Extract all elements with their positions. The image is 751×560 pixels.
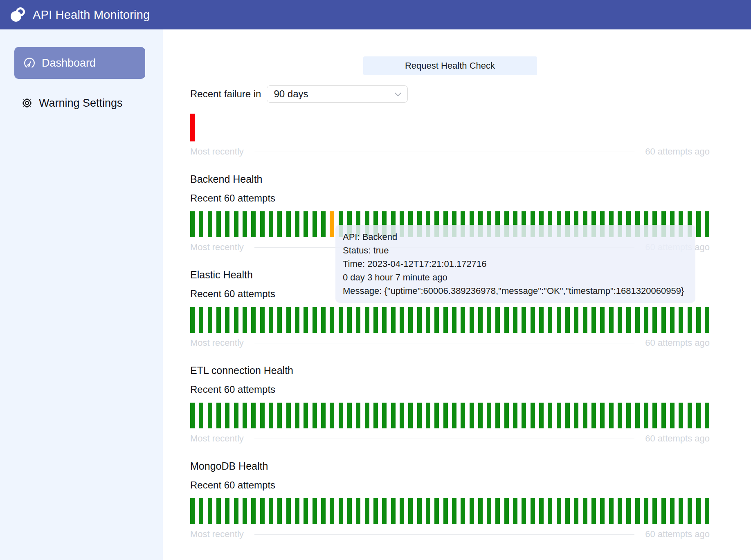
attempt-bar-ok[interactable] <box>635 498 640 524</box>
attempt-bar-ok[interactable] <box>557 498 561 524</box>
attempt-bar-ok[interactable] <box>365 403 369 428</box>
attempt-bar-ok[interactable] <box>234 498 238 524</box>
attempt-bar-ok[interactable] <box>470 307 474 333</box>
attempt-bar-ok[interactable] <box>391 403 396 428</box>
attempt-bar-ok[interactable] <box>548 498 552 524</box>
attempt-bar-ok[interactable] <box>216 498 221 524</box>
attempt-bar-ok[interactable] <box>251 211 256 237</box>
attempt-bar-ok[interactable] <box>574 498 578 524</box>
attempt-bar-ok[interactable] <box>487 403 491 428</box>
attempt-bar-ok[interactable] <box>208 307 212 333</box>
attempt-bar-ok[interactable] <box>400 498 404 524</box>
sidebar-item-dashboard[interactable]: Dashboard <box>14 47 145 79</box>
attempt-bar-ok[interactable] <box>652 403 657 428</box>
attempt-bar-ok[interactable] <box>600 307 605 333</box>
attempt-bar-ok[interactable] <box>251 498 256 524</box>
attempt-bar-ok[interactable] <box>443 498 448 524</box>
attempt-bar-ok[interactable] <box>452 498 456 524</box>
attempt-bar-ok[interactable] <box>269 403 273 428</box>
attempt-bar-ok[interactable] <box>565 307 570 333</box>
attempt-bar-ok[interactable] <box>696 403 701 428</box>
attempt-bar-ok[interactable] <box>234 211 238 237</box>
attempt-bar-ok[interactable] <box>478 498 483 524</box>
attempt-bar-ok[interactable] <box>670 307 675 333</box>
attempt-bar-ok[interactable] <box>591 403 596 428</box>
attempt-bar-ok[interactable] <box>626 307 631 333</box>
attempt-bar-ok[interactable] <box>495 498 500 524</box>
attempt-bar-ok[interactable] <box>679 403 683 428</box>
attempt-bar-ok[interactable] <box>618 498 622 524</box>
attempt-bar-ok[interactable] <box>679 307 683 333</box>
attempt-bar-ok[interactable] <box>705 307 709 333</box>
attempt-bar-ok[interactable] <box>513 403 517 428</box>
attempt-bar-ok[interactable] <box>313 307 317 333</box>
attempt-bar-ok[interactable] <box>461 403 465 428</box>
attempt-bar-ok[interactable] <box>365 498 369 524</box>
attempt-bar-ok[interactable] <box>216 307 221 333</box>
attempt-bar-ok[interactable] <box>688 403 692 428</box>
attempt-bar-ok[interactable] <box>243 498 247 524</box>
attempt-bar-ok[interactable] <box>609 307 614 333</box>
attempt-bar-ok[interactable] <box>688 498 692 524</box>
attempt-bar-ok[interactable] <box>652 498 657 524</box>
attempt-bar-ok[interactable] <box>688 307 692 333</box>
attempt-bar-ok[interactable] <box>705 498 709 524</box>
attempt-bar-ok[interactable] <box>382 307 387 333</box>
attempt-bar-ok[interactable] <box>225 211 229 237</box>
attempt-bar-ok[interactable] <box>199 403 203 428</box>
attempt-bar-ok[interactable] <box>260 403 265 428</box>
attempt-bar-ok[interactable] <box>313 498 317 524</box>
attempt-bar-ok[interactable] <box>583 403 587 428</box>
attempt-bar-ok[interactable] <box>339 307 343 333</box>
attempt-bar-ok[interactable] <box>670 403 675 428</box>
attempt-bar-ok[interactable] <box>661 307 666 333</box>
attempt-bar-ok[interactable] <box>277 403 282 428</box>
attempt-bar-ok[interactable] <box>470 498 474 524</box>
attempt-bar-ok[interactable] <box>609 403 614 428</box>
attempt-bar-ok[interactable] <box>234 307 238 333</box>
attempt-bar-ok[interactable] <box>347 403 352 428</box>
attempt-bar-ok[interactable] <box>304 403 308 428</box>
attempt-bar-ok[interactable] <box>295 307 299 333</box>
attempt-bar-ok[interactable] <box>321 211 326 237</box>
attempt-bar-ok[interactable] <box>600 403 605 428</box>
attempt-bar-ok[interactable] <box>347 307 352 333</box>
attempt-bar-ok[interactable] <box>574 307 578 333</box>
attempt-bar-ok[interactable] <box>426 498 430 524</box>
attempt-bar-ok[interactable] <box>539 498 544 524</box>
attempt-bar-ok[interactable] <box>574 403 578 428</box>
attempt-bar-ok[interactable] <box>495 403 500 428</box>
attempt-bar-ok[interactable] <box>286 498 291 524</box>
attempt-bar-ok[interactable] <box>260 307 265 333</box>
attempt-bar-warn[interactable] <box>330 211 334 237</box>
request-health-check-button[interactable]: Request Health Check <box>363 56 537 75</box>
attempt-bar-ok[interactable] <box>591 498 596 524</box>
attempt-bar-ok[interactable] <box>626 498 631 524</box>
attempt-bar-ok[interactable] <box>565 403 570 428</box>
attempt-bar-ok[interactable] <box>382 498 387 524</box>
attempt-bar-ok[interactable] <box>225 307 229 333</box>
attempt-bar-ok[interactable] <box>356 307 360 333</box>
attempt-bar-ok[interactable] <box>513 307 517 333</box>
attempt-bar-ok[interactable] <box>583 307 587 333</box>
attempt-bar-ok[interactable] <box>208 498 212 524</box>
attempt-bar-ok[interactable] <box>696 307 701 333</box>
attempt-bar-ok[interactable] <box>216 403 221 428</box>
attempt-bar-ok[interactable] <box>522 403 526 428</box>
attempt-bar-ok[interactable] <box>478 403 483 428</box>
attempt-bar-ok[interactable] <box>391 307 396 333</box>
attempt-bar-ok[interactable] <box>557 403 561 428</box>
attempt-bar-ok[interactable] <box>504 307 509 333</box>
attempt-bar-ok[interactable] <box>609 498 614 524</box>
attempt-bar-ok[interactable] <box>365 307 369 333</box>
attempt-bar-ok[interactable] <box>304 498 308 524</box>
attempt-bar-ok[interactable] <box>199 211 203 237</box>
attempt-bar-ok[interactable] <box>548 403 552 428</box>
attempt-bar-ok[interactable] <box>216 211 221 237</box>
attempt-bar-ok[interactable] <box>400 307 404 333</box>
attempt-bar-ok[interactable] <box>295 498 299 524</box>
attempt-bar-ok[interactable] <box>470 403 474 428</box>
attempt-bar-ok[interactable] <box>321 403 326 428</box>
attempt-bar-ok[interactable] <box>295 403 299 428</box>
attempt-bar-ok[interactable] <box>199 498 203 524</box>
